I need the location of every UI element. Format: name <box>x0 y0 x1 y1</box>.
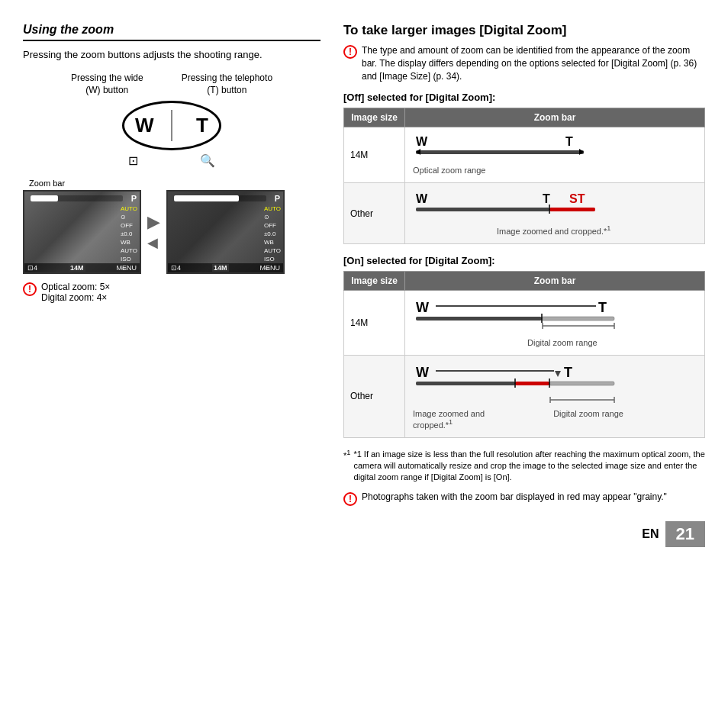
grainy-note: ! Photographs taken with the zoom bar di… <box>343 491 705 506</box>
svg-rect-28 <box>416 382 515 385</box>
right-note-box: ! The type and amount of zoom can be ide… <box>343 44 705 82</box>
zb-on-14m: W T <box>411 295 698 350</box>
icon7: ISO <box>121 256 137 263</box>
svg-rect-10 <box>416 208 549 211</box>
optical-zoom-text: Optical zoom: 5× <box>41 282 110 292</box>
col-image-size-on: Image size <box>344 272 405 291</box>
t-icon6: AUTO <box>264 247 281 254</box>
digital-zoom-text: Digital zoom: 4× <box>41 292 110 303</box>
footer-page-number: 21 <box>665 521 705 547</box>
zb-off-14m: W T <box>411 132 698 178</box>
off-other-size: Other <box>344 183 405 244</box>
size-label: 14M <box>69 264 85 272</box>
svg-text:W: W <box>416 300 429 315</box>
optical-note: ! Optical zoom: 5× Digital zoom: 4× <box>23 282 321 303</box>
footer-en-label: EN <box>636 524 665 544</box>
camera-screens-section: Zoom bar P AUTO ⊙ OFF ±0.0 <box>23 179 321 274</box>
wide-label: Pressing the wide(W) button <box>71 72 143 96</box>
off-other-label: Image zoomed and cropped.*1 <box>497 224 697 236</box>
t-icon5: WB <box>264 239 281 246</box>
svg-text:W: W <box>416 192 428 205</box>
svg-text:W: W <box>416 135 428 148</box>
svg-rect-17 <box>416 317 542 321</box>
off-subtitle: [Off] selected for [Digital Zoom]: <box>343 92 705 103</box>
svg-rect-18 <box>542 317 614 321</box>
right-note-icon: ! <box>343 45 357 59</box>
icon6: AUTO <box>121 247 137 254</box>
section-title: Using the zoom <box>23 23 321 41</box>
footnote-text: *1 If an image size is less than the ful… <box>353 449 705 484</box>
on-other-size: Other <box>344 356 405 438</box>
footnote: *1 *1 If an image size is less than the … <box>343 449 705 484</box>
note-text: Optical zoom: 5× Digital zoom: 4× <box>41 282 110 303</box>
zb-on-other: W T <box>411 360 698 433</box>
tele-icon: 🔍 <box>200 153 215 168</box>
col-image-size-off: Image size <box>344 108 405 127</box>
on-row-14m: 14M W T <box>344 291 705 356</box>
t-icon4: ±0.0 <box>264 230 281 237</box>
t-shot-count: ⊡4 <box>171 264 181 272</box>
zoom-bar-fill-tele <box>174 195 239 201</box>
button-labels: Pressing the wide(W) button Pressing the… <box>23 72 321 96</box>
icon3: OFF <box>121 222 137 229</box>
on-table: Image size Zoom bar 14M W <box>343 271 705 438</box>
shot-count: ⊡4 <box>27 264 37 272</box>
wt-oval: W T <box>122 101 221 150</box>
icon1: AUTO <box>121 205 137 212</box>
right-note-text: The type and amount of zoom can be ident… <box>362 44 705 82</box>
t-menu-label: MENU <box>260 264 281 272</box>
zoom-bar-svg-off-14m: W T <box>413 135 604 164</box>
on-other-label-left: Image zoomed andcropped.*1 <box>413 409 485 430</box>
grainy-note-icon: ! <box>343 492 357 506</box>
p-label-tele: P <box>275 194 280 203</box>
menu-label: MENU <box>117 264 137 272</box>
note-icon: ! <box>23 282 37 296</box>
svg-marker-25 <box>555 371 561 377</box>
direction-arrow: ▶◀ <box>147 212 160 252</box>
t-icon3: OFF <box>264 222 281 229</box>
off-14m-bar: W T <box>405 127 705 183</box>
svg-text:ST: ST <box>569 192 585 205</box>
svg-rect-30 <box>549 382 614 385</box>
off-other-bar: W T ST <box>405 183 705 244</box>
svg-text:T: T <box>598 300 607 315</box>
right-column: To take larger images [Digital Zoom] ! T… <box>343 23 705 506</box>
p-label-wide: P <box>131 194 137 203</box>
right-icons-wide: AUTO ⊙ OFF ±0.0 WB AUTO ISO ▬ <box>121 205 137 271</box>
icon4: ±0.0 <box>121 230 137 237</box>
svg-text:T: T <box>565 135 573 148</box>
t-icon7: ISO <box>264 256 281 263</box>
on-other-labels: Image zoomed andcropped.*1 Digital zoom … <box>413 409 697 430</box>
screen-wide: P AUTO ⊙ OFF ±0.0 WB AUTO ISO ▬ ⊡4 1 <box>23 190 141 274</box>
on-other-label-right: Digital zoom range <box>553 409 623 430</box>
zoom-bar-track-tele <box>174 195 266 201</box>
bottom-bar-wide: ⊡4 14M MENU <box>24 263 140 272</box>
off-14m-label: Optical zoom range <box>413 166 697 175</box>
svg-rect-29 <box>515 382 549 385</box>
icon2: ⊙ <box>121 214 137 221</box>
zoom-bar-svg-off-other: W T ST <box>413 191 604 223</box>
footnote-marker: *1 <box>343 449 350 484</box>
on-14m-bar: W T <box>405 291 705 356</box>
button-icons: ⊡ 🔍 <box>122 153 221 168</box>
off-row-14m: 14M W T <box>344 127 705 183</box>
intro-text: Pressing the zoom buttons adjusts the sh… <box>23 49 321 60</box>
page-layout: Using the zoom Pressing the zoom buttons… <box>23 23 705 506</box>
on-14m-size: 14M <box>344 291 405 356</box>
t-letter: T <box>196 114 208 137</box>
left-column: Using the zoom Pressing the zoom buttons… <box>23 23 321 506</box>
on-subtitle: [On] selected for [Digital Zoom]: <box>343 255 705 266</box>
on-14m-label: Digital zoom range <box>527 338 697 347</box>
wide-icon: ⊡ <box>128 153 138 168</box>
on-row-other: Other W T <box>344 356 705 438</box>
off-row-other: Other W T ST <box>344 183 705 244</box>
w-letter: W <box>135 114 154 137</box>
svg-text:W: W <box>416 365 429 380</box>
col-zoom-bar-on: Zoom bar <box>405 272 705 291</box>
right-title: To take larger images [Digital Zoom] <box>343 23 705 38</box>
svg-rect-11 <box>549 208 595 211</box>
wt-button-diagram: W T <box>23 101 321 150</box>
zoom-bar-svg-on-14m: W T <box>413 298 627 337</box>
zoom-bar-track-wide <box>31 195 123 201</box>
on-other-bar: W T <box>405 356 705 438</box>
